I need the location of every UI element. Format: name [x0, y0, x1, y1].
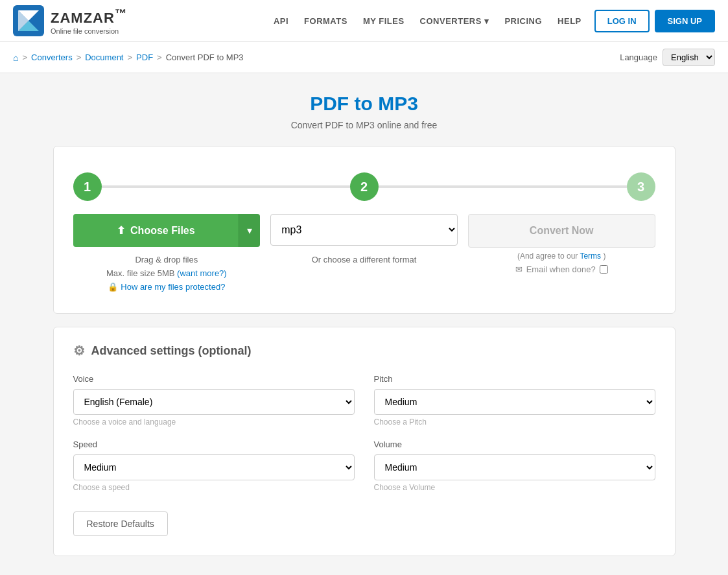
login-button[interactable]: LOG IN	[594, 10, 650, 32]
actions-row: ⬆ Choose Files ▾ Drag & drop files Max. …	[73, 214, 655, 294]
want-more-link[interactable]: (want more?)	[177, 268, 227, 278]
choose-files-wrapper: ⬆ Choose Files ▾	[73, 214, 261, 247]
email-checkbox[interactable]	[600, 265, 608, 274]
terms-link[interactable]: Terms	[580, 252, 601, 261]
step-connector-1	[102, 185, 350, 188]
nav-help[interactable]: HELP	[558, 16, 581, 26]
choose-files-dropdown-button[interactable]: ▾	[239, 214, 260, 247]
breadcrumb-sep-1: >	[76, 53, 82, 62]
choose-files-label: Choose Files	[130, 225, 195, 237]
navbar: ZAMZAR™ Online file conversion API FORMA…	[0, 0, 728, 42]
advanced-settings-card: ⚙ Advanced settings (optional) Voice Eng…	[53, 327, 675, 556]
pitch-select[interactable]: Medium	[374, 389, 655, 415]
home-icon[interactable]: ⌂	[13, 53, 18, 63]
choose-files-info: Drag & drop files Max. file size 5MB (wa…	[106, 253, 227, 294]
language-select[interactable]: English	[663, 49, 715, 66]
pitch-hint: Choose a Pitch	[374, 417, 655, 427]
step-2-circle: 2	[350, 172, 379, 201]
settings-grid: Voice English (Female) Choose a voice an…	[73, 374, 655, 492]
volume-group: Volume Medium Choose a Volume	[374, 440, 655, 492]
step3-col: Convert Now (And agree to our Terms ) ✉ …	[468, 214, 655, 274]
converter-card: 1 2 3 ⬆ Choose Files ▾ Drag & drop files	[53, 146, 675, 314]
voice-group: Voice English (Female) Choose a voice an…	[73, 374, 355, 427]
choose-files-button[interactable]: ⬆ Choose Files	[73, 214, 239, 247]
speed-select[interactable]: Medium	[73, 454, 355, 480]
email-icon: ✉	[515, 264, 523, 274]
step2-col: mp3 Or choose a different format	[270, 214, 458, 264]
voice-label: Voice	[73, 374, 355, 384]
breadcrumb-current: Convert PDF to MP3	[166, 53, 244, 62]
breadcrumb-document[interactable]: Document	[85, 53, 123, 62]
voice-select[interactable]: English (Female)	[73, 389, 355, 415]
zamzar-logo-icon	[13, 5, 44, 36]
convert-terms: (And agree to our Terms )	[517, 252, 606, 261]
steps-row: 1 2 3	[73, 172, 655, 201]
speed-label: Speed	[73, 440, 355, 449]
volume-label: Volume	[374, 440, 655, 449]
main-content: PDF to MP3 Convert PDF to MP3 online and…	[40, 73, 688, 575]
logo-tm: ™	[115, 6, 127, 20]
breadcrumb-sep-2: >	[127, 53, 132, 62]
file-protected-link[interactable]: 🔒 How are my files protected?	[106, 281, 227, 294]
advanced-title: Advanced settings (optional)	[91, 344, 252, 358]
format-hint: Or choose a different format	[312, 255, 417, 264]
breadcrumb-sep-3: >	[157, 53, 162, 62]
breadcrumb-sep-0: >	[22, 53, 27, 62]
convert-now-button[interactable]: Convert Now	[468, 214, 655, 248]
nav-links: API FORMATS MY FILES CONVERTERS ▾ PRICIN…	[274, 16, 581, 26]
page-title-section: PDF to MP3 Convert PDF to MP3 online and…	[53, 93, 675, 130]
speed-hint: Choose a speed	[73, 483, 355, 492]
nav-converters[interactable]: CONVERTERS ▾	[420, 16, 489, 26]
nav-my-files[interactable]: MY FILES	[363, 16, 405, 26]
gear-icon: ⚙	[73, 343, 85, 358]
max-size-text: Max. file size 5MB (want more?)	[106, 267, 227, 281]
email-when-done: ✉ Email when done?	[515, 264, 608, 274]
logo-name: ZAMZAR™	[51, 6, 127, 27]
volume-select[interactable]: Medium	[374, 454, 655, 480]
nav-api[interactable]: API	[274, 16, 288, 26]
upload-icon: ⬆	[117, 224, 125, 237]
step-1-circle: 1	[73, 172, 102, 201]
page-title: PDF to MP3	[53, 93, 675, 115]
page-subtitle: Convert PDF to MP3 online and free	[53, 120, 675, 130]
voice-hint: Choose a voice and language	[73, 417, 355, 427]
format-select-wrapper: mp3	[270, 214, 458, 246]
pitch-label: Pitch	[374, 374, 655, 384]
breadcrumb-bar: ⌂ > Converters > Document > PDF > Conver…	[0, 42, 728, 73]
logo-sub: Online file conversion	[51, 27, 127, 35]
drag-drop-text: Drag & drop files	[106, 253, 227, 267]
breadcrumb-converters[interactable]: Converters	[31, 53, 73, 62]
pitch-group: Pitch Medium Choose a Pitch	[374, 374, 655, 427]
step1-col: ⬆ Choose Files ▾ Drag & drop files Max. …	[73, 214, 261, 294]
speed-group: Speed Medium Choose a speed	[73, 440, 355, 492]
step-3-circle: 3	[627, 172, 655, 201]
nav-formats[interactable]: FORMATS	[304, 16, 347, 26]
format-select[interactable]: mp3	[270, 214, 458, 246]
restore-defaults-button[interactable]: Restore Defaults	[73, 511, 168, 536]
advanced-header: ⚙ Advanced settings (optional)	[73, 343, 655, 358]
breadcrumb-pdf[interactable]: PDF	[136, 53, 153, 62]
dropdown-arrow-icon: ▾	[484, 16, 489, 26]
nav-pricing[interactable]: PRICING	[504, 16, 542, 26]
volume-hint: Choose a Volume	[374, 483, 655, 492]
language-selector: Language English	[620, 49, 715, 66]
logo[interactable]: ZAMZAR™ Online file conversion	[13, 5, 127, 36]
language-label: Language	[620, 53, 657, 62]
lock-icon: 🔒	[108, 281, 118, 294]
step-connector-2	[379, 185, 627, 188]
breadcrumb: ⌂ > Converters > Document > PDF > Conver…	[13, 53, 244, 63]
signup-button[interactable]: SIGN UP	[655, 10, 715, 32]
